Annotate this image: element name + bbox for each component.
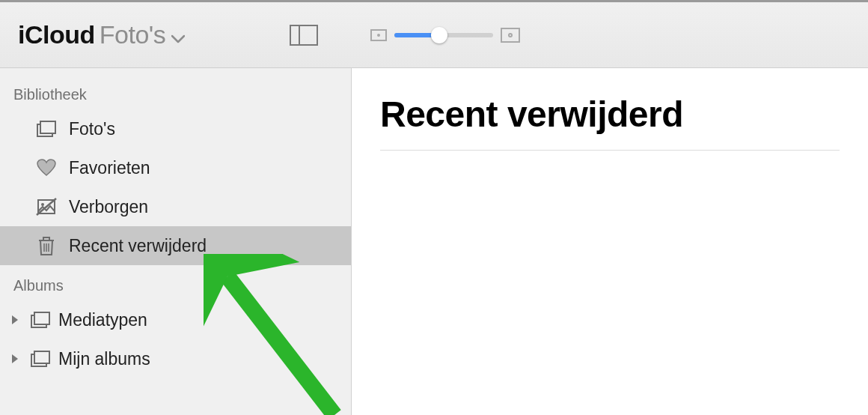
sidebar-item-label: Favorieten [69,158,150,178]
svg-rect-1 [40,121,55,133]
divider [380,150,840,151]
sidebar-item-my-albums[interactable]: Mijn albums [0,339,351,378]
svg-line-4 [37,199,56,215]
heart-icon [36,159,57,177]
thumbnail-small-icon [370,29,387,41]
sidebar-item-photos[interactable]: Foto's [0,109,351,148]
strike-photo-icon [36,198,57,216]
sidebar-item-label: Mediatypen [58,310,147,330]
toggle-sidebar-button[interactable] [290,25,318,46]
location-dropdown[interactable]: iCloud Foto's [18,20,185,49]
chevron-down-icon [171,34,185,43]
disclosure-triangle-icon[interactable] [10,315,22,325]
location-name: Foto's [100,20,166,49]
thumbnail-large-icon [501,28,520,43]
content-area: Recent verwijderd [352,68,868,415]
page-title: Recent verwijderd [380,94,840,135]
photos-icon [36,121,57,137]
thumbnail-size-slider[interactable] [394,33,493,37]
disclosure-triangle-icon[interactable] [10,354,22,364]
section-header-library: Bibliotheek [0,82,351,109]
album-stack-icon [30,312,51,328]
svg-rect-11 [34,351,49,363]
svg-point-3 [41,203,44,206]
sidebar-item-label: Foto's [69,119,115,139]
sidebar-item-favorites[interactable]: Favorieten [0,148,351,187]
sidebar-item-recently-deleted[interactable]: Recent verwijderd [0,226,351,265]
sidebar: Bibliotheek Foto's Favorieten Verborgen [0,68,352,415]
sidebar-item-mediatypes[interactable]: Mediatypen [0,300,351,339]
sidebar-item-label: Mijn albums [58,349,150,369]
album-stack-icon [30,351,51,367]
toolbar: iCloud Foto's [0,2,868,68]
section-header-albums: Albums [0,273,351,300]
sidebar-item-label: Verborgen [69,197,148,217]
app-name: iCloud [18,20,95,49]
trash-icon [36,235,57,256]
slider-thumb[interactable] [431,27,447,43]
sidebar-item-label: Recent verwijderd [69,236,207,256]
sidebar-item-hidden[interactable]: Verborgen [0,187,351,226]
svg-rect-9 [34,312,49,324]
